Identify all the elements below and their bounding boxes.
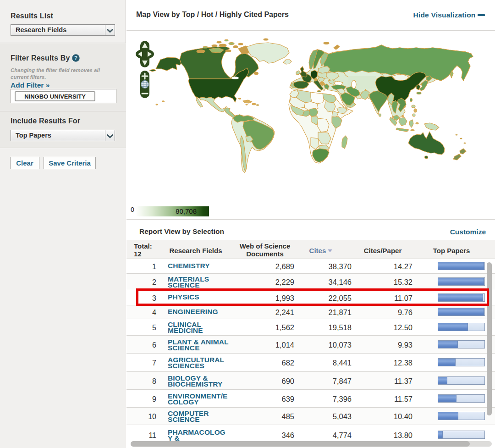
svg-text:?: ? [74,55,78,61]
